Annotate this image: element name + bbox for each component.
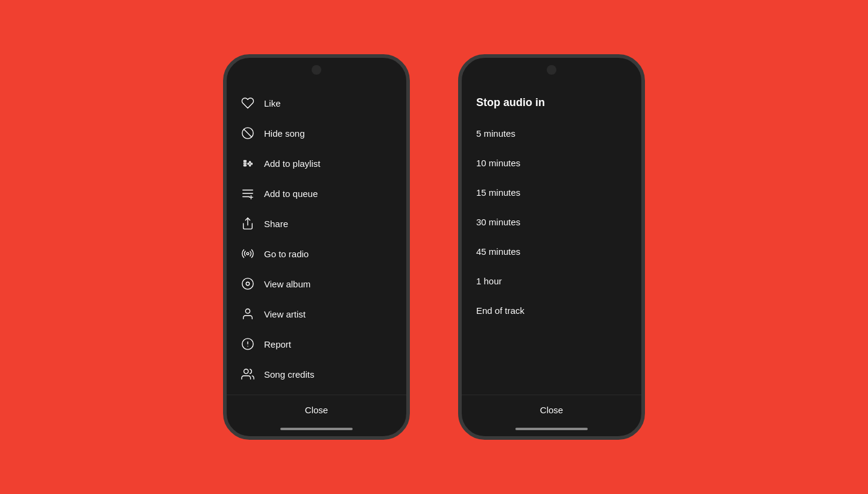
phone-right: Stop audio in 5 minutes 10 minutes 15 mi… — [458, 54, 645, 440]
home-indicator-left — [280, 428, 353, 430]
timer-item-end-of-track[interactable]: End of track — [462, 296, 641, 325]
menu-item-view-artist[interactable]: View artist — [227, 299, 406, 329]
stop-audio-content: Stop audio in 5 minutes 10 minutes 15 mi… — [462, 58, 641, 436]
close-bar-right: Close — [462, 395, 641, 423]
add-to-queue-label: Add to queue — [264, 189, 318, 199]
svg-point-10 — [246, 282, 250, 286]
side-btn-vol-up-right — [458, 118, 459, 142]
menu-item-hide-song[interactable]: Hide song — [227, 118, 406, 148]
like-label: Like — [264, 98, 281, 108]
phone-left-content: Like Hide song Add to playlist — [227, 58, 406, 436]
svg-point-8 — [247, 252, 249, 255]
menu-item-add-to-queue[interactable]: Add to queue — [227, 178, 406, 208]
song-credits-label: Song credits — [264, 369, 314, 380]
timer-item-5min[interactable]: 5 minutes — [462, 119, 641, 148]
add-to-playlist-label: Add to playlist — [264, 158, 320, 169]
timer-item-30min[interactable]: 30 minutes — [462, 207, 641, 237]
close-button-right[interactable]: Close — [540, 405, 563, 415]
side-btn-power — [409, 130, 410, 166]
menu-item-go-to-radio[interactable]: Go to radio — [227, 239, 406, 269]
svg-point-11 — [245, 309, 250, 313]
view-album-label: View album — [264, 279, 310, 289]
queue-icon — [241, 187, 254, 200]
side-btn-vol-down-right — [458, 151, 459, 175]
album-icon — [241, 277, 254, 290]
share-label: Share — [264, 219, 288, 229]
side-btn-vol-up — [223, 118, 224, 142]
heart-icon — [241, 96, 254, 110]
close-bar-left: Close — [227, 395, 406, 423]
stop-audio-title: Stop audio in — [462, 82, 641, 119]
timer-item-45min[interactable]: 45 minutes — [462, 237, 641, 266]
artist-icon — [241, 307, 254, 320]
menu-list: Like Hide song Add to playlist — [227, 82, 406, 395]
radio-icon — [241, 247, 254, 260]
menu-item-sleep-timer[interactable]: Sleep timer — [227, 389, 406, 395]
menu-item-song-credits[interactable]: Song credits — [227, 359, 406, 389]
report-label: Report — [264, 339, 291, 349]
close-button-left[interactable]: Close — [305, 405, 328, 415]
menu-item-add-to-playlist[interactable]: Add to playlist — [227, 148, 406, 178]
timer-list: 5 minutes 10 minutes 15 minutes 30 minut… — [462, 119, 641, 395]
go-to-radio-label: Go to radio — [264, 249, 309, 259]
menu-item-share[interactable]: Share — [227, 208, 406, 239]
hide-icon — [241, 127, 254, 140]
playlist-icon — [241, 157, 254, 170]
menu-item-report[interactable]: Report — [227, 329, 406, 359]
report-icon — [241, 337, 254, 351]
side-btn-power-right — [644, 130, 645, 166]
svg-point-15 — [244, 369, 248, 374]
side-btn-vol-down — [223, 151, 224, 175]
home-indicator-right — [515, 428, 588, 430]
hide-song-label: Hide song — [264, 128, 305, 139]
phone-left: Like Hide song Add to playlist — [223, 54, 410, 440]
view-artist-label: View artist — [264, 309, 306, 319]
timer-item-1hour[interactable]: 1 hour — [462, 266, 641, 296]
menu-item-like[interactable]: Like — [227, 88, 406, 118]
timer-item-10min[interactable]: 10 minutes — [462, 148, 641, 178]
svg-line-1 — [244, 130, 252, 137]
phone-notch-left — [312, 65, 321, 75]
share-icon — [241, 217, 254, 230]
svg-point-9 — [242, 278, 253, 289]
phone-notch-right — [547, 65, 556, 75]
menu-item-view-album[interactable]: View album — [227, 269, 406, 299]
credits-icon — [241, 367, 254, 381]
timer-item-15min[interactable]: 15 minutes — [462, 178, 641, 207]
